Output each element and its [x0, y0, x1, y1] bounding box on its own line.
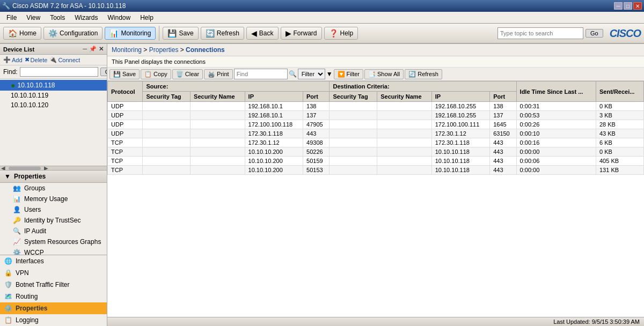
- table-row[interactable]: TCP 172.30.1.12 49308 172.30.1.118 443 0…: [108, 138, 644, 147]
- sidebar-bottom-logging[interactable]: 📋 Logging: [0, 314, 107, 326]
- cell-idle-time: 0:00:10: [516, 129, 596, 138]
- cell-dst-ip: 172.30.1.12: [431, 129, 489, 138]
- maximize-button[interactable]: □: [624, 2, 632, 10]
- col-source-group: Source:: [143, 82, 330, 92]
- sidebar-bottom-routing[interactable]: 🗺️ Routing: [0, 291, 107, 302]
- ct-copy-label: Copy: [153, 71, 167, 77]
- filter-btn-icon: 🔽: [338, 71, 345, 78]
- sidebar-horizontal-scroll[interactable]: ◀ ▶: [0, 166, 107, 170]
- cell-dst-security-name: [377, 129, 431, 138]
- nav-item-memory-usage[interactable]: 📊 Memory Usage: [0, 194, 107, 204]
- close-button[interactable]: ✕: [633, 2, 642, 10]
- connect-label: Connect: [58, 57, 80, 63]
- ct-save-button[interactable]: 💾 Save: [109, 69, 140, 79]
- nav-item-wccp[interactable]: ⚙️ WCCP: [0, 247, 107, 255]
- device-item-1[interactable]: 10.10.10.119: [0, 91, 107, 100]
- filter-select[interactable]: Filter: [298, 69, 325, 79]
- title-bar-controls[interactable]: ─ □ ✕: [614, 2, 642, 10]
- ct-filter-label: Filter: [347, 71, 360, 77]
- interfaces-icon: 🌐: [4, 257, 12, 265]
- sidebar-bottom-vpn[interactable]: 🔒 VPN: [0, 267, 107, 279]
- cell-src-port: 50159: [303, 157, 330, 166]
- ct-save-label: Save: [122, 71, 136, 77]
- toolbar: 🏠 Home ⚙️ Configuration 📊 Monitoring 💾 S…: [0, 24, 644, 44]
- col-idle-time: Idle Time Since Last ...: [516, 82, 596, 102]
- sidebar-bottom-properties-label: Properties: [16, 305, 47, 312]
- sidebar-bottom-properties[interactable]: ⚙️ Properties: [0, 302, 107, 314]
- ct-refresh-button[interactable]: 🔄 Refresh: [405, 69, 442, 79]
- device-find-go-button[interactable]: Go: [100, 68, 107, 76]
- connect-device-button[interactable]: 🔌 Connect: [49, 56, 80, 63]
- cell-protocol: TCP: [108, 157, 143, 166]
- table-row[interactable]: TCP 10.10.10.200 50153 10.10.10.118 443 …: [108, 166, 644, 175]
- device-item-0[interactable]: ● 10.10.10.118: [0, 80, 107, 91]
- ct-copy-button[interactable]: 📋 Copy: [141, 69, 171, 79]
- ct-clear-button[interactable]: 🗑️ Clear: [172, 69, 203, 79]
- menu-tools[interactable]: Tools: [46, 13, 69, 23]
- breadcrumb-monitoring[interactable]: Monitoring: [112, 46, 142, 54]
- panel-description: This Panel displays the connections: [107, 56, 644, 68]
- scroll-thumb[interactable]: [9, 167, 41, 170]
- device-find-input[interactable]: [20, 67, 98, 77]
- search-input[interactable]: [497, 27, 583, 39]
- menu-help[interactable]: Help: [136, 13, 158, 23]
- delete-device-button[interactable]: ✖ Delete: [25, 56, 48, 63]
- add-device-button[interactable]: ➕ Add: [3, 56, 23, 63]
- nav-item-identity[interactable]: 🔑 Identity by TrustSec: [0, 215, 107, 226]
- connections-table-wrapper[interactable]: Protocol Source: Destination Criteria: I…: [107, 81, 644, 317]
- sidebar-bottom-botnet[interactable]: 🛡️ Botnet Traffic Filter: [0, 279, 107, 291]
- refresh-button[interactable]: 🔄 Refresh: [201, 27, 244, 40]
- device-list-collapse-button[interactable]: ─: [83, 46, 87, 53]
- device-list-close-button[interactable]: ✕: [99, 46, 104, 53]
- sidebar-bottom-interfaces[interactable]: 🌐 Interfaces: [0, 255, 107, 267]
- menu-file[interactable]: File: [2, 13, 21, 23]
- nav-section-properties[interactable]: ▼ Properties: [0, 170, 107, 183]
- menu-window[interactable]: Window: [104, 13, 135, 23]
- col-dest-group: Destination Criteria:: [330, 82, 516, 92]
- nav-item-users[interactable]: 👤 Users: [0, 204, 107, 215]
- forward-button[interactable]: ▶ Forward: [281, 27, 322, 40]
- device-item-2[interactable]: 10.10.10.120: [0, 100, 107, 110]
- minimize-button[interactable]: ─: [614, 2, 623, 10]
- menu-view[interactable]: View: [22, 13, 45, 23]
- configuration-button[interactable]: ⚙️ Configuration: [43, 27, 103, 40]
- breadcrumb-properties[interactable]: Properties: [149, 46, 179, 54]
- ct-copy-icon: 📋: [144, 71, 152, 78]
- help-button[interactable]: ❓ Help: [324, 27, 358, 40]
- cell-dst-security-name: [377, 147, 431, 157]
- ct-refresh-label: Refresh: [418, 71, 438, 77]
- table-row[interactable]: TCP 10.10.10.200 50159 10.10.10.118 443 …: [108, 157, 644, 166]
- cell-dst-port: 138: [490, 102, 516, 111]
- table-row[interactable]: UDP 192.168.10.1 138 192.168.10.255 138 …: [108, 102, 644, 111]
- device-list-pin-button[interactable]: 📌: [89, 46, 97, 53]
- connections-table: Protocol Source: Destination Criteria: I…: [107, 81, 644, 175]
- cell-sent-recv: 28 KB: [596, 120, 643, 129]
- save-button[interactable]: 💾 Save: [163, 27, 198, 40]
- config-icon: ⚙️: [48, 29, 57, 38]
- home-button[interactable]: 🏠 Home: [3, 27, 41, 40]
- vpn-icon: 🔒: [4, 269, 12, 277]
- ct-refresh-icon: 🔄: [408, 71, 416, 78]
- menu-wizards[interactable]: Wizards: [70, 13, 102, 23]
- cell-dst-ip: 192.168.10.255: [431, 102, 489, 111]
- table-row[interactable]: UDP 192.168.10.1 137 192.168.10.255 137 …: [108, 111, 644, 120]
- ct-show-all-button[interactable]: 📑 Show All: [364, 69, 404, 79]
- device-list-header-buttons: ─ 📌 ✕: [83, 46, 104, 53]
- nav-item-groups[interactable]: 👥 Groups: [0, 183, 107, 194]
- back-button[interactable]: ◀ Back: [246, 27, 279, 40]
- ct-filter-button[interactable]: 🔽 Filter: [334, 69, 363, 79]
- monitoring-button[interactable]: 📊 Monitoring: [105, 27, 156, 40]
- logging-icon: 📋: [4, 316, 12, 324]
- cell-src-security-tag: [143, 102, 191, 111]
- table-row[interactable]: TCP 10.10.10.200 50226 10.10.10.118 443 …: [108, 147, 644, 157]
- table-row[interactable]: UDP 172.100.100.118 47905 172.100.100.11…: [108, 120, 644, 129]
- ct-print-button[interactable]: 🖨️ Print: [204, 69, 233, 79]
- nav-item-system-resources[interactable]: 📈 System Resources Graphs: [0, 236, 107, 247]
- cell-dst-ip: 172.30.1.118: [431, 138, 489, 147]
- save-label: Save: [179, 29, 193, 37]
- search-go-button[interactable]: Go: [586, 29, 603, 38]
- breadcrumb-connections[interactable]: Connections: [186, 46, 225, 54]
- table-row[interactable]: UDP 172.30.1.118 443 172.30.1.12 63150 0…: [108, 129, 644, 138]
- nav-item-ip-audit[interactable]: 🔍 IP Audit: [0, 226, 107, 236]
- content-find-input[interactable]: [234, 69, 288, 79]
